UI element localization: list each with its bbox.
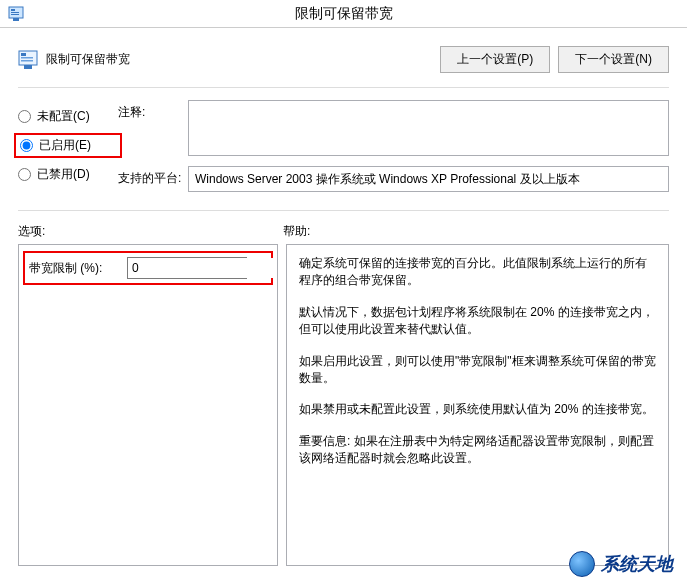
help-panel: 确定系统可保留的连接带宽的百分比。此值限制系统上运行的所有程序的组合带宽保留。 …: [286, 244, 669, 566]
next-setting-button[interactable]: 下一个设置(N): [558, 46, 669, 73]
bandwidth-option-row: 带宽限制 (%): ▲ ▼: [23, 251, 273, 285]
options-panel: 带宽限制 (%): ▲ ▼: [18, 244, 278, 566]
nav-buttons: 上一个设置(P) 下一个设置(N): [440, 46, 669, 73]
divider-2: [18, 210, 669, 211]
watermark: 系统天地: [569, 551, 673, 577]
config-right: 注释: 支持的平台: Windows Server 2003 操作系统或 Win…: [118, 100, 669, 202]
comment-label: 注释:: [118, 100, 188, 121]
radio-not-configured[interactable]: 未配置(C): [18, 108, 118, 125]
panels-header: 选项: 帮助:: [0, 215, 687, 244]
svg-rect-6: [21, 53, 26, 56]
radio-group: 未配置(C) 已启用(E) 已禁用(D): [18, 100, 118, 202]
svg-rect-8: [21, 60, 33, 62]
svg-rect-7: [21, 57, 33, 59]
svg-rect-1: [11, 9, 15, 11]
config-section: 未配置(C) 已启用(E) 已禁用(D) 注释: 支持的平台: Windows …: [0, 92, 687, 206]
titlebar: 限制可保留带宽: [0, 0, 687, 28]
radio-disabled-label: 已禁用(D): [37, 166, 90, 183]
platform-label: 支持的平台:: [118, 166, 188, 187]
svg-rect-4: [13, 18, 19, 21]
radio-enabled[interactable]: 已启用(E): [14, 133, 122, 158]
radio-enabled-input[interactable]: [20, 139, 33, 152]
divider: [18, 87, 669, 88]
comment-row: 注释:: [118, 100, 669, 156]
help-p4: 如果禁用或未配置此设置，则系统使用默认值为 20% 的连接带宽。: [299, 401, 656, 418]
platform-row: 支持的平台: Windows Server 2003 操作系统或 Windows…: [118, 166, 669, 192]
radio-disabled[interactable]: 已禁用(D): [18, 166, 118, 183]
radio-disabled-input[interactable]: [18, 168, 31, 181]
radio-not-configured-input[interactable]: [18, 110, 31, 123]
setting-icon: [18, 50, 38, 70]
watermark-icon: [569, 551, 595, 577]
radio-enabled-label: 已启用(E): [39, 137, 91, 154]
options-header: 选项:: [18, 223, 283, 240]
help-p1: 确定系统可保留的连接带宽的百分比。此值限制系统上运行的所有程序的组合带宽保留。: [299, 255, 656, 290]
bandwidth-label: 带宽限制 (%):: [29, 260, 119, 277]
app-icon: [8, 6, 24, 22]
help-p2: 默认情况下，数据包计划程序将系统限制在 20% 的连接带宽之内，但可以使用此设置…: [299, 304, 656, 339]
watermark-text: 系统天地: [601, 552, 673, 576]
radio-not-configured-label: 未配置(C): [37, 108, 90, 125]
window-title: 限制可保留带宽: [295, 5, 393, 23]
setting-name-label: 限制可保留带宽: [46, 51, 440, 68]
bandwidth-spinner[interactable]: ▲ ▼: [127, 257, 247, 279]
comment-textarea[interactable]: [188, 100, 669, 156]
panels: 带宽限制 (%): ▲ ▼ 确定系统可保留的连接带宽的百分比。此值限制系统上运行…: [0, 244, 687, 584]
header-row: 限制可保留带宽 上一个设置(P) 下一个设置(N): [0, 28, 687, 83]
help-p5: 重要信息: 如果在注册表中为特定网络适配器设置带宽限制，则配置该网络适配器时就会…: [299, 433, 656, 468]
help-p3: 如果启用此设置，则可以使用"带宽限制"框来调整系统可保留的带宽数量。: [299, 353, 656, 388]
help-header: 帮助:: [283, 223, 669, 240]
platform-value: Windows Server 2003 操作系统或 Windows XP Pro…: [188, 166, 669, 192]
svg-rect-9: [24, 65, 32, 69]
prev-setting-button[interactable]: 上一个设置(P): [440, 46, 550, 73]
svg-rect-2: [11, 12, 19, 13]
svg-rect-3: [11, 14, 19, 15]
bandwidth-input[interactable]: [128, 258, 278, 278]
